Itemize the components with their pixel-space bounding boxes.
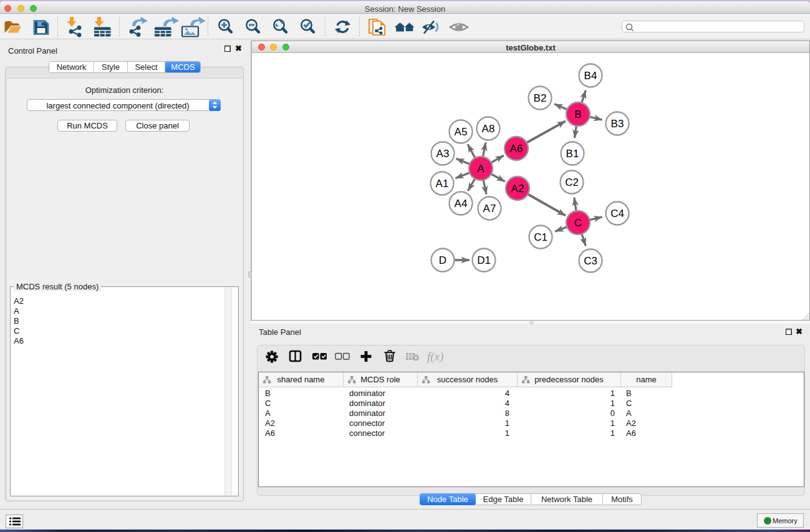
svg-text:C4: C4 [610,208,624,220]
svg-text:A2: A2 [511,183,524,195]
svg-text:A3: A3 [436,148,450,160]
svg-text:B4: B4 [584,70,597,82]
svg-text:D1: D1 [477,254,491,266]
svg-text:A5: A5 [455,126,468,138]
svg-text:A4: A4 [455,198,468,210]
svg-text:C3: C3 [584,255,597,267]
svg-text:A7: A7 [483,203,496,215]
svg-text:B3: B3 [611,118,624,130]
svg-text:A8: A8 [482,123,495,135]
svg-text:C1: C1 [534,231,547,243]
svg-text:A1: A1 [436,178,449,190]
svg-text:f(x): f(x) [427,350,443,364]
svg-text:C2: C2 [565,177,579,188]
svg-text:A6: A6 [510,143,523,155]
svg-text:B: B [574,109,581,120]
svg-text:B1: B1 [566,148,579,160]
svg-text:C: C [574,217,582,229]
svg-text:D: D [439,254,446,266]
svg-text:A: A [477,163,485,175]
svg-text:B2: B2 [534,92,547,104]
